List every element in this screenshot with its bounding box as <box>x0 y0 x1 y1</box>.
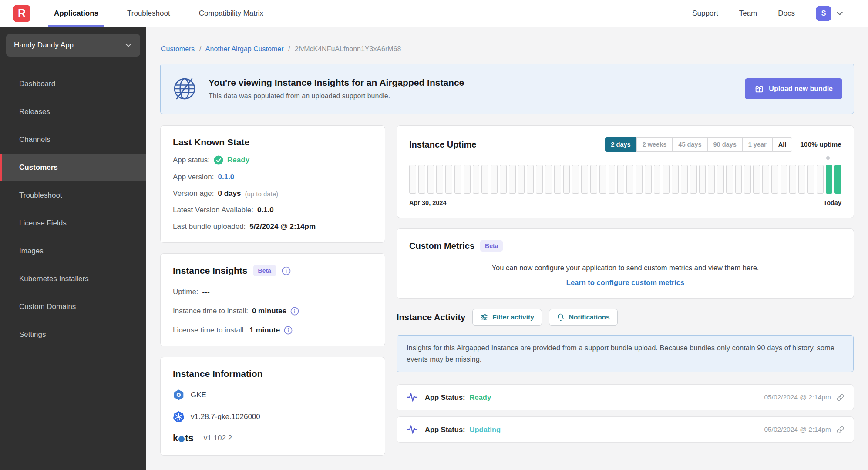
upload-bundle-icon <box>754 84 764 94</box>
card-title: Instance Insights <box>173 265 248 276</box>
range-45-days[interactable]: 45 days <box>672 137 707 152</box>
range-1-year[interactable]: 1 year <box>742 137 773 152</box>
uptime-range-selector: 2 days 2 weeks 45 days 90 days 1 year Al… <box>606 137 793 152</box>
uptime-bar-empty <box>789 165 796 194</box>
uptime-start-label: Apr 30, 2024 <box>409 199 446 206</box>
banner-subtitle: This data was populated from an uploaded… <box>209 92 464 100</box>
info-icon[interactable] <box>290 307 299 316</box>
uptime-bar-empty <box>645 165 652 194</box>
sidebar-item-customers[interactable]: Customers <box>0 154 146 181</box>
app-sidebar: Handy Dandy App Dashboard Releases Chann… <box>0 27 146 470</box>
nav-team[interactable]: Team <box>739 9 757 18</box>
range-2-days[interactable]: 2 days <box>605 137 637 152</box>
uptime-bar-empty <box>798 165 805 194</box>
sidebar-item-kubernetes-installers[interactable]: Kubernetes Installers <box>0 265 146 293</box>
tab-troubleshoot[interactable]: Troubleshoot <box>127 0 170 27</box>
filter-activity-button[interactable]: Filter activity <box>472 309 542 326</box>
activity-pulse-icon <box>407 392 418 403</box>
upload-new-bundle-button[interactable]: Upload new bundle <box>745 78 842 99</box>
app-selector-label: Handy Dandy App <box>14 41 74 50</box>
tab-applications[interactable]: Applications <box>54 0 98 27</box>
tab-compatibility-matrix[interactable]: Compatibility Matrix <box>199 0 263 27</box>
configure-custom-metrics-link[interactable]: Learn to configure custom metrics <box>409 279 841 287</box>
uptime-bar-empty <box>554 165 561 194</box>
event-status-value: Updating <box>470 426 501 434</box>
event-status-value: Ready <box>470 393 491 402</box>
uptime-bar-empty <box>726 165 733 194</box>
primary-nav: Applications Troubleshoot Compatibility … <box>54 0 292 27</box>
breadcrumb-instance-id: 2fvMcK4NFuALfnonn1Y3xA6rM68 <box>295 45 401 53</box>
sliders-icon <box>480 313 488 321</box>
breadcrumb: Customers / Another Airgap Customer / 2f… <box>161 45 854 53</box>
uptime-bar-empty <box>807 165 814 194</box>
event-timestamp: 05/02/2024 @ 2:14pm <box>764 393 831 401</box>
sidebar-item-dashboard[interactable]: Dashboard <box>0 70 146 98</box>
uptime-bar-empty <box>609 165 616 194</box>
sidebar-item-images[interactable]: Images <box>0 237 146 265</box>
uptime-bar-up <box>826 165 833 194</box>
avatar[interactable]: S <box>816 6 831 21</box>
uptime-bar-up <box>834 165 841 194</box>
gke-icon <box>173 389 185 401</box>
globe-slash-icon <box>172 76 197 101</box>
activity-event-row: App Status: Ready 05/02/2024 @ 2:14pm <box>397 384 854 410</box>
uptime-bar-empty <box>690 165 697 194</box>
uptime-bar-empty <box>427 165 434 194</box>
uptime-bar-empty <box>681 165 688 194</box>
card-title: Instance Uptime <box>409 140 476 150</box>
uptime-bar-empty <box>599 165 606 194</box>
banner-title: You're viewing Instance Insights for an … <box>209 77 464 88</box>
chevron-down-icon[interactable] <box>836 10 844 17</box>
sidebar-item-releases[interactable]: Releases <box>0 98 146 126</box>
beta-badge: Beta <box>253 265 276 276</box>
card-title: Custom Metrics <box>409 241 474 251</box>
range-90-days[interactable]: 90 days <box>707 137 743 152</box>
uptime-marker <box>828 159 828 164</box>
range-all[interactable]: All <box>772 137 793 152</box>
uptime-bar-empty <box>536 165 543 194</box>
notifications-button[interactable]: Notifications <box>549 309 618 326</box>
distribution-value: GKE <box>191 391 206 400</box>
nav-docs[interactable]: Docs <box>778 9 795 18</box>
instance-information-card: Instance Information GKE v1.28.7-gke.102… <box>160 357 385 456</box>
custom-metrics-description: You can now configure your application t… <box>409 264 841 272</box>
sidebar-item-custom-domains[interactable]: Custom Domains <box>0 293 146 321</box>
nav-support[interactable]: Support <box>692 9 718 18</box>
breadcrumb-customer-name[interactable]: Another Airgap Customer <box>205 45 284 53</box>
activity-pulse-icon <box>407 424 418 435</box>
chevron-down-icon <box>124 41 132 49</box>
last-known-state-card: Last Known State App status: Ready App v… <box>160 125 385 243</box>
kubernetes-icon <box>173 411 185 423</box>
uptime-bar-empty <box>445 165 452 194</box>
account-menu[interactable]: S <box>816 6 844 21</box>
instance-insights-card: Instance Insights Beta Uptime: --- Insta… <box>160 253 385 346</box>
uptime-bar-empty <box>753 165 760 194</box>
link-icon[interactable] <box>837 426 844 433</box>
sidebar-item-channels[interactable]: Channels <box>0 126 146 154</box>
uptime-bar-empty <box>636 165 643 194</box>
uptime-bar-empty <box>817 165 824 194</box>
range-2-weeks[interactable]: 2 weeks <box>636 137 673 152</box>
link-icon[interactable] <box>837 394 844 401</box>
uptime-bar-empty <box>545 165 552 194</box>
uptime-bar-empty <box>590 165 597 194</box>
replicated-logo[interactable]: R <box>13 5 30 22</box>
sidebar-item-settings[interactable]: Settings <box>0 321 146 349</box>
info-icon[interactable] <box>284 326 293 335</box>
airgap-banner: You're viewing Instance Insights for an … <box>160 64 854 114</box>
instance-time-to-install-value: 0 minutes <box>252 307 286 316</box>
uptime-bar-empty <box>744 165 751 194</box>
latest-version-value: 0.1.0 <box>257 206 274 215</box>
uptime-percentage: 100% uptime <box>800 141 841 148</box>
app-version-link[interactable]: 0.1.0 <box>218 173 235 181</box>
airgap-history-notice: Insights for this Airgapped Instance are… <box>397 335 854 372</box>
breadcrumb-customers[interactable]: Customers <box>161 45 195 53</box>
app-selector-dropdown[interactable]: Handy Dandy App <box>6 34 140 57</box>
sidebar-item-troubleshoot[interactable]: Troubleshoot <box>0 181 146 209</box>
info-icon[interactable] <box>282 266 291 275</box>
version-age-value: 0 days <box>218 189 241 198</box>
license-time-to-install-value: 1 minute <box>249 326 280 335</box>
app-status-value: Ready <box>227 156 249 164</box>
uptime-end-label: Today <box>823 199 841 206</box>
sidebar-item-license-fields[interactable]: License Fields <box>0 209 146 237</box>
